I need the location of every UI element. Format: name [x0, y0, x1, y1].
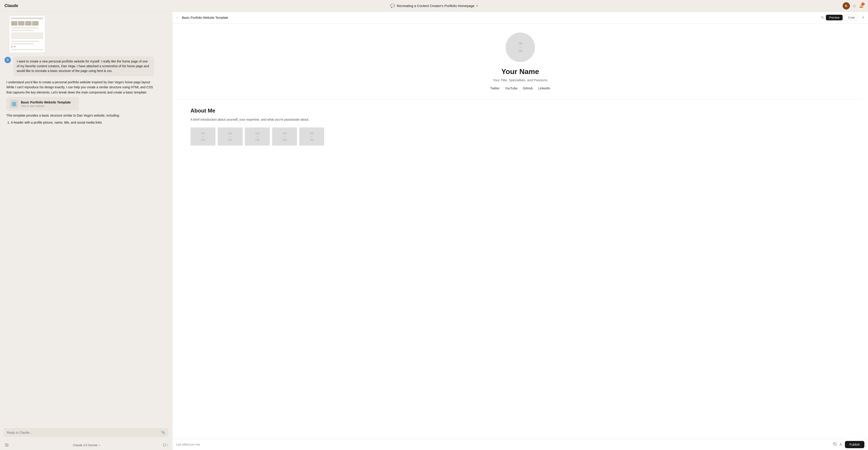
- chat-input[interactable]: [7, 431, 161, 435]
- preview-button[interactable]: Preview: [826, 15, 843, 20]
- copy-button[interactable]: [833, 442, 837, 447]
- website-card-title: Basic Portfolio Website Template: [21, 100, 71, 104]
- claude-message-1: I understand you'd like to create a pers…: [4, 80, 159, 125]
- img-size-3: 200×200: [255, 132, 259, 141]
- preview-panel: ← Basic Portfolio Website Template ↻ Pre…: [172, 12, 868, 450]
- thumb-line-5: [11, 49, 43, 50]
- website-card-subtitle: Click to open website: [21, 104, 71, 107]
- about-section: About Me A brief introduction about your…: [177, 99, 864, 154]
- brand-name: Claude: [4, 3, 18, 8]
- img-size-1: 200×200: [201, 132, 205, 141]
- notification-bell[interactable]: 🔔 1: [859, 4, 864, 8]
- linkedin-link[interactable]: LinkedIn: [538, 87, 550, 90]
- svg-rect-0: [5, 444, 9, 444]
- model-chevron-icon: ▾: [99, 444, 100, 446]
- last-edited: Last edited just now: [176, 443, 200, 446]
- website-card-info: Basic Portfolio Website Template Click t…: [21, 100, 71, 107]
- image-grid: 200×200 200×200 200×200 200×200 200×200: [190, 127, 850, 146]
- thumb-photo-3: [25, 21, 31, 26]
- top-bar-center: 💬 Recreating a Content Creator's Portfol…: [390, 4, 477, 8]
- thumb-photo-2: [18, 21, 25, 26]
- thumb-line-1: [11, 27, 38, 29]
- notification-count: 1: [862, 2, 865, 6]
- sidebar-toggle[interactable]: [4, 442, 10, 448]
- thumb-photo-row: [11, 21, 43, 26]
- website-icon: 🌐: [10, 100, 18, 108]
- chat-input-box: 📎: [4, 428, 168, 437]
- model-label: Claude 3.5 Sonnet: [73, 444, 97, 447]
- preview-content: 150×150 Your Name Your Title, Specialtie…: [173, 24, 868, 439]
- attach-icon[interactable]: 📎: [161, 430, 165, 435]
- download-button[interactable]: [839, 442, 843, 447]
- copy-icon: [833, 442, 837, 446]
- top-bar: Claude 💬 Recreating a Content Creator's …: [0, 0, 868, 12]
- social-links: Twitter YouTube GitHub LinkedIn: [490, 87, 550, 90]
- portfolio-header: 150×150 Your Name Your Title, Specialtie…: [177, 33, 864, 99]
- download-icon: [839, 442, 843, 446]
- chevron-down-icon[interactable]: ▾: [476, 4, 478, 7]
- top-bar-left: Claude: [4, 3, 18, 8]
- thumb-dot-1: [11, 46, 13, 47]
- profile-image-placeholder: 150×150: [505, 33, 535, 62]
- continuation-text: This template provides a basic structure…: [6, 113, 157, 118]
- main-layout: D I want to create a new personal portfo…: [0, 12, 868, 450]
- svg-point-3: [163, 444, 166, 446]
- profile-placeholder-text: 150×150: [518, 42, 523, 53]
- svg-rect-2: [5, 446, 9, 446]
- image-placeholder-4: 200×200: [272, 127, 297, 146]
- website-card[interactable]: 🌐 Basic Portfolio Website Template Click…: [6, 97, 79, 111]
- user-bubble: I want to create a new personal portfoli…: [13, 56, 154, 76]
- star-icon[interactable]: ☆: [852, 3, 856, 8]
- thumb-photo-4: [32, 21, 38, 26]
- image-placeholder-5: 200×200: [299, 127, 324, 146]
- user-message-1: D I want to create a new personal portfo…: [4, 56, 154, 76]
- conversation-title: Recreating a Content Creator's Portfolio…: [397, 4, 474, 8]
- thumb-line-3: [11, 41, 38, 42]
- chat-panel: D I want to create a new personal portfo…: [0, 12, 172, 450]
- img-size-4: 200×200: [282, 132, 286, 141]
- top-bar-right: K ☆ 🔔 1: [843, 2, 864, 9]
- back-button[interactable]: ←: [176, 15, 180, 20]
- thumb-dot-row: [11, 46, 43, 47]
- preview-header-left: ← Basic Portfolio Website Template: [176, 15, 228, 20]
- youtube-link[interactable]: YouTube: [505, 87, 517, 90]
- thumb-line-2: [11, 30, 33, 31]
- thumb-header: [11, 18, 43, 19]
- avatar: K: [843, 2, 850, 9]
- close-button[interactable]: ×: [862, 15, 864, 20]
- user-avatar: D: [4, 57, 11, 63]
- publish-button[interactable]: Publish: [845, 441, 864, 448]
- img-size-5: 200×200: [310, 132, 314, 141]
- portfolio-preview: 150×150 Your Name Your Title, Specialtie…: [173, 24, 868, 439]
- footer-actions: Publish: [833, 441, 864, 448]
- twitter-link[interactable]: Twitter: [490, 87, 499, 90]
- svg-rect-1: [5, 445, 9, 445]
- preview-footer: Last edited just now Publish: [173, 439, 868, 450]
- image-placeholder-1: 200×200: [190, 127, 215, 146]
- refresh-button[interactable]: ↻: [821, 15, 824, 20]
- thumb-dot-2: [14, 46, 16, 47]
- about-text: A brief introduction about yourself, you…: [190, 117, 850, 122]
- thumb-photo-1: [11, 21, 18, 26]
- github-link[interactable]: GitHub: [523, 87, 533, 90]
- image-placeholder-3: 200×200: [245, 127, 270, 146]
- claude-intro-text: I understand you'd like to create a pers…: [6, 80, 157, 95]
- svg-rect-4: [834, 444, 836, 446]
- model-selector[interactable]: Claude 3.5 Sonnet ▾: [73, 444, 100, 447]
- portfolio-subtitle: Your Title, Specialties, and Passions: [493, 78, 548, 82]
- list-item-1: A header with a profile picture, name, t…: [11, 120, 157, 125]
- token-icon: [163, 444, 166, 447]
- screenshot-thumbnail: [9, 15, 45, 53]
- conversation-icon: 💬: [390, 4, 395, 8]
- token-badge: 1: [163, 444, 168, 447]
- code-button[interactable]: Code: [844, 14, 858, 21]
- feature-list: A header with a profile picture, name, t…: [6, 120, 157, 125]
- chat-footer: Claude 3.5 Sonnet ▾ 1: [0, 441, 172, 450]
- chat-input-area: 📎: [0, 425, 172, 441]
- preview-header: ← Basic Portfolio Website Template ↻ Pre…: [173, 12, 868, 24]
- about-title: About Me: [190, 107, 850, 114]
- preview-title: Basic Portfolio Website Template: [182, 16, 228, 20]
- thumb-line-4: [11, 43, 33, 44]
- token-count: 1: [167, 444, 168, 447]
- image-placeholder-2: 200×200: [218, 127, 243, 146]
